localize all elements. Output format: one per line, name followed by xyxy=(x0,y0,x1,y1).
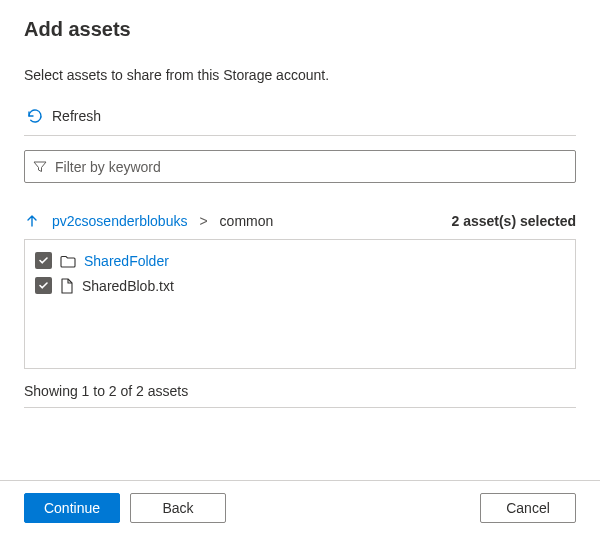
asset-list: SharedFolder SharedBlob.txt xyxy=(24,239,576,369)
back-button[interactable]: Back xyxy=(130,493,226,523)
footer: Continue Back Cancel xyxy=(0,480,600,539)
up-icon[interactable] xyxy=(24,213,40,229)
refresh-button[interactable]: Refresh xyxy=(24,101,576,135)
selection-count: 2 asset(s) selected xyxy=(451,213,576,229)
list-item[interactable]: SharedBlob.txt xyxy=(35,273,565,298)
divider xyxy=(24,135,576,136)
divider xyxy=(24,407,576,408)
breadcrumb-separator: > xyxy=(199,213,207,229)
filter-icon xyxy=(33,160,47,174)
checkbox[interactable] xyxy=(35,252,52,269)
showing-text: Showing 1 to 2 of 2 assets xyxy=(24,383,576,399)
cancel-button[interactable]: Cancel xyxy=(480,493,576,523)
folder-icon xyxy=(60,254,76,268)
list-item[interactable]: SharedFolder xyxy=(35,248,565,273)
filter-input[interactable] xyxy=(55,159,567,175)
continue-button[interactable]: Continue xyxy=(24,493,120,523)
refresh-label: Refresh xyxy=(52,108,101,124)
breadcrumb: pv2csosenderblobuks > common 2 asset(s) … xyxy=(24,213,576,229)
list-item-label: SharedBlob.txt xyxy=(82,278,174,294)
breadcrumb-parent[interactable]: pv2csosenderblobuks xyxy=(52,213,187,229)
list-item-label[interactable]: SharedFolder xyxy=(84,253,169,269)
breadcrumb-current: common xyxy=(220,213,274,229)
checkbox[interactable] xyxy=(35,277,52,294)
file-icon xyxy=(60,278,74,294)
page-subtitle: Select assets to share from this Storage… xyxy=(24,67,576,83)
page-title: Add assets xyxy=(24,18,576,41)
filter-box[interactable] xyxy=(24,150,576,183)
refresh-icon xyxy=(26,107,44,125)
